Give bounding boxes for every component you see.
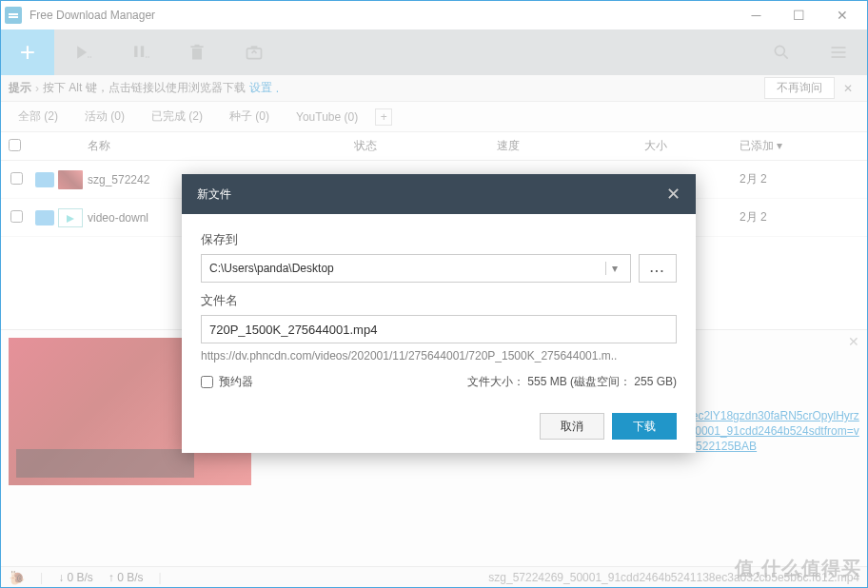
save-to-label: 保存到 — [201, 231, 677, 248]
filesize-text: 文件大小： 555 MB (磁盘空间： 255 GB) — [467, 374, 677, 390]
dialog-title: 新文件 — [197, 186, 231, 203]
cancel-button[interactable]: 取消 — [540, 413, 604, 440]
save-path-combo[interactable]: C:\Users\panda\Desktop ▾ — [201, 254, 631, 283]
dialog-close-icon[interactable]: ✕ — [666, 184, 681, 205]
chevron-down-icon[interactable]: ▾ — [605, 262, 622, 275]
source-url-text: https://dv.phncdn.com/videos/202001/11/2… — [201, 349, 677, 363]
filename-label: 文件名 — [201, 292, 677, 309]
browse-button[interactable]: ... — [639, 254, 677, 283]
filename-input[interactable] — [201, 315, 677, 343]
save-path-value: C:\Users\panda\Desktop — [209, 262, 334, 275]
scheduler-checkbox[interactable]: 预约器 — [201, 374, 253, 390]
download-button[interactable]: 下载 — [612, 413, 677, 440]
new-file-dialog: 新文件 ✕ 保存到 C:\Users\panda\Desktop ▾ ... 文… — [182, 174, 696, 453]
